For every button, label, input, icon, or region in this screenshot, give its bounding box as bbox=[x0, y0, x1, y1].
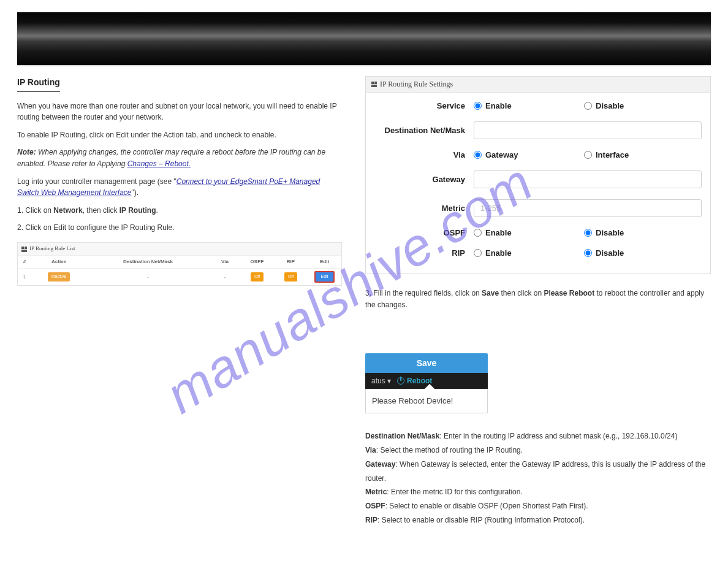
header-banner bbox=[17, 12, 711, 65]
save-reboot-screenshot: Save atus ▾ Reboot Please Reboot Device! bbox=[365, 353, 488, 413]
rip-disable-radio[interactable] bbox=[584, 249, 592, 257]
cell-active: Inactive bbox=[31, 269, 86, 285]
th-dest: Destination Net/Mask bbox=[86, 255, 210, 268]
cell-edit: Edit bbox=[308, 269, 341, 285]
save-button[interactable]: Save bbox=[365, 353, 488, 373]
grid-icon bbox=[371, 82, 377, 87]
ospf-disable-radio[interactable] bbox=[584, 229, 592, 237]
th-ospf: OSPF bbox=[240, 255, 274, 268]
service-disable-radio[interactable] bbox=[584, 102, 592, 110]
intro-2: To enable IP Routing, click on Edit unde… bbox=[17, 129, 342, 141]
rule-list-header: IP Routing Rule List bbox=[18, 243, 341, 255]
grid-icon bbox=[21, 247, 27, 252]
label-gateway: Gateway bbox=[370, 175, 474, 184]
cell-ospf: Off bbox=[240, 269, 274, 285]
label-dest: Destination Net/Mask bbox=[370, 126, 474, 135]
cell-dest: - bbox=[86, 269, 210, 285]
cell-rip: Off bbox=[274, 269, 308, 285]
section-title: IP Routing bbox=[17, 76, 60, 92]
ospf-enable-option[interactable]: Enable bbox=[474, 228, 584, 237]
step-2: 2. Click on Edit to configure the IP Rou… bbox=[17, 222, 342, 234]
service-enable-option[interactable]: Enable bbox=[474, 101, 584, 110]
via-interface-option[interactable]: Interface bbox=[584, 150, 629, 159]
ospf-disable-option[interactable]: Disable bbox=[584, 228, 624, 237]
status-menu[interactable]: atus ▾ bbox=[371, 377, 391, 385]
label-rip: RIP bbox=[370, 248, 474, 258]
cell-num: 1 bbox=[18, 269, 31, 285]
settings-panel: IP Routing Rule Settings Service Enable … bbox=[365, 76, 711, 274]
metric-input[interactable] bbox=[474, 199, 702, 217]
note: Note: When applying changes, the control… bbox=[17, 147, 342, 169]
rule-list-table: # Active Destination Net/Mask Via OSPF R… bbox=[18, 255, 341, 285]
th-num: # bbox=[18, 255, 31, 268]
th-active: Active bbox=[31, 255, 86, 268]
step-1: 1. Click on Network, then click IP Routi… bbox=[17, 205, 342, 216]
cell-via: - bbox=[210, 269, 240, 285]
note-link[interactable]: Changes – Reboot. bbox=[127, 159, 191, 168]
ospf-enable-radio[interactable] bbox=[474, 229, 482, 237]
ospf-badge: Off bbox=[251, 272, 264, 282]
rip-disable-option[interactable]: Disable bbox=[584, 248, 624, 258]
via-interface-radio[interactable] bbox=[584, 151, 592, 159]
th-edit: Edit bbox=[308, 255, 341, 268]
reboot-notification: Please Reboot Device! bbox=[365, 389, 488, 413]
th-via: Via bbox=[210, 255, 240, 268]
label-service: Service bbox=[370, 101, 474, 110]
rip-enable-radio[interactable] bbox=[474, 249, 482, 257]
label-via: Via bbox=[370, 150, 474, 159]
gateway-input[interactable] bbox=[474, 170, 702, 188]
via-gateway-radio[interactable] bbox=[474, 151, 482, 159]
rip-enable-option[interactable]: Enable bbox=[474, 248, 584, 258]
label-metric: Metric bbox=[370, 204, 474, 213]
th-rip: RIP bbox=[274, 255, 308, 268]
settings-panel-header: IP Routing Rule Settings bbox=[366, 77, 710, 93]
rule-list-panel: IP Routing Rule List # Active Destinatio… bbox=[17, 242, 342, 286]
edit-button[interactable]: Edit bbox=[314, 271, 334, 283]
via-gateway-option[interactable]: Gateway bbox=[474, 150, 584, 159]
service-disable-option[interactable]: Disable bbox=[584, 101, 624, 110]
power-icon bbox=[397, 377, 404, 385]
service-enable-radio[interactable] bbox=[474, 102, 482, 110]
rip-badge: Off bbox=[284, 272, 297, 282]
label-ospf: OSPF bbox=[370, 228, 474, 237]
right-column: IP Routing Rule Settings Service Enable … bbox=[365, 76, 711, 527]
field-descriptions: Destination Net/Mask: Enter in the routi… bbox=[365, 429, 711, 527]
login-path: Log into your controller management page… bbox=[17, 176, 342, 199]
inactive-badge: Inactive bbox=[48, 272, 70, 282]
table-row: 1 Inactive - - Off Off Edit bbox=[18, 269, 341, 285]
note-label: Note: bbox=[17, 148, 36, 156]
left-column: IP Routing When you have more than one r… bbox=[17, 76, 342, 527]
step-3: 3. Fill in the required fields, click on… bbox=[365, 288, 711, 310]
intro-1: When you have more than one router and s… bbox=[17, 101, 342, 123]
dest-netmask-input[interactable] bbox=[474, 121, 702, 139]
